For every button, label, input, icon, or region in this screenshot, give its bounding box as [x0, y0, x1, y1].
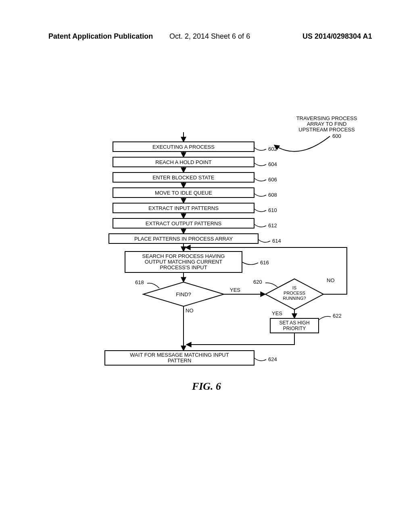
d620-l1: IS	[292, 285, 296, 290]
step-614: PLACE PATTERNS IN PROCESS ARRAY 614	[109, 234, 281, 244]
ref-622: 622	[333, 313, 342, 319]
ref-606: 606	[268, 177, 277, 183]
step-616-l2: OUTPUT MATCHING CURRENT	[145, 259, 222, 265]
ref-604: 604	[268, 161, 277, 167]
ref-608: 608	[268, 192, 277, 198]
d618-yes: YES	[230, 287, 240, 293]
step-616-l1: SEARCH FOR PROCESS HAVING	[142, 253, 225, 259]
step-604: REACH A HOLD POINT 604	[113, 157, 277, 167]
step-616: SEARCH FOR PROCESS HAVING OUTPUT MATCHIN…	[125, 251, 269, 272]
title-pointer	[274, 136, 330, 152]
step-622-l1: SET AS HIGH	[279, 320, 309, 326]
figure-caption: FIG. 6	[0, 380, 413, 393]
ref-624: 624	[268, 356, 277, 362]
step-614-label: PLACE PATTERNS IN PROCESS ARRAY	[134, 236, 233, 242]
step-602-label: EXECUTING A PROCESS	[152, 144, 215, 150]
step-610: EXTRACT INPUT PATTERNS 610	[113, 203, 277, 213]
title-l3: UPSTREAM PROCESS	[298, 127, 355, 133]
ref-618: 618	[135, 279, 144, 285]
diagram-title: TRAVERSING PROCESS ARRAY TO FIND UPSTREA…	[296, 115, 357, 133]
ref-614: 614	[272, 238, 281, 244]
step-612-label: EXTRACT OUTPUT PATTERNS	[146, 220, 222, 227]
ref-602: 602	[268, 146, 277, 152]
decision-618: FIND? 618	[135, 279, 224, 306]
title-l1: TRAVERSING PROCESS	[296, 115, 357, 121]
step-622-l2: PRIORITY	[283, 326, 306, 331]
step-606-label: ENTER BLOCKED STATE	[152, 175, 215, 181]
d620-l2: PROCESS	[284, 291, 305, 295]
ref-620: 620	[253, 279, 262, 285]
step-624-l2: PATTERN	[168, 357, 192, 364]
step-608: MOVE TO IDLE QUEUE 608	[113, 188, 277, 198]
step-608-label: MOVE TO IDLE QUEUE	[155, 190, 212, 196]
ref-610: 610	[268, 207, 277, 213]
flowchart: TRAVERSING PROCESS ARRAY TO FIND UPSTREA…	[0, 0, 413, 532]
step-624-l1: WAIT FOR MESSAGE MATCHING INPUT	[130, 352, 229, 358]
title-l2: ARRAY TO FIND	[307, 121, 347, 127]
step-612: EXTRACT OUTPUT PATTERNS 612	[113, 218, 277, 229]
step-606: ENTER BLOCKED STATE 606	[113, 172, 277, 183]
d618-label: FIND?	[176, 291, 191, 297]
ref-612: 612	[268, 222, 277, 229]
d620-no: NO	[327, 277, 335, 283]
ref-616: 616	[260, 260, 269, 266]
step-624: WAIT FOR MESSAGE MATCHING INPUT PATTERN …	[105, 351, 277, 365]
step-602: EXECUTING A PROCESS 602	[113, 142, 277, 152]
d620-l3: RUNNING?	[283, 296, 306, 301]
ref-600: 600	[332, 133, 341, 139]
d618-no: NO	[186, 308, 194, 314]
d620-yes: YES	[272, 310, 282, 316]
step-604-label: REACH A HOLD POINT	[155, 159, 211, 165]
step-610-label: EXTRACT INPUT PATTERNS	[148, 205, 219, 211]
step-616-l3: PROCESS'S INPUT	[160, 264, 207, 270]
